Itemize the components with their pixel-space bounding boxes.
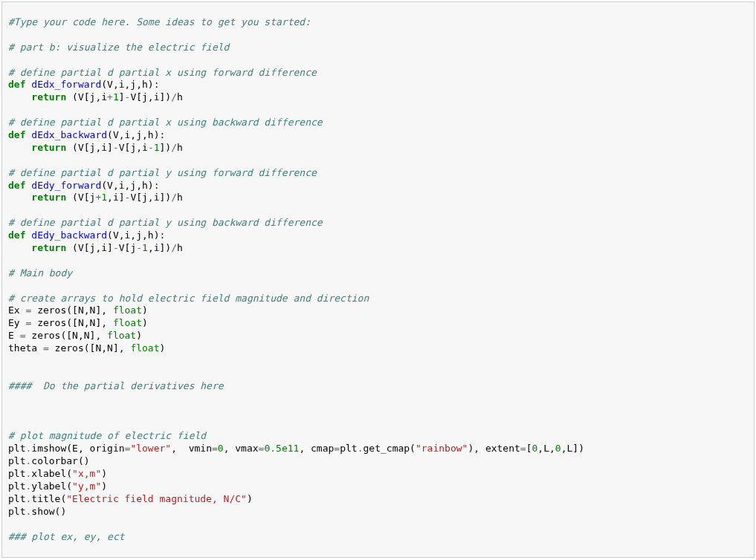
code-content: #Type your code here. Some ideas to get … xyxy=(8,16,748,543)
code-cell[interactable]: #Type your code here. Some ideas to get … xyxy=(1,1,755,558)
